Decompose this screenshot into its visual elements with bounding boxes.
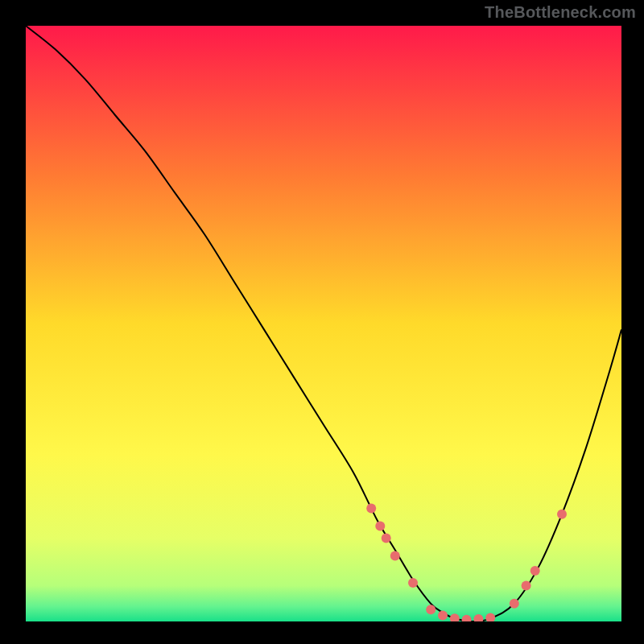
watermark-text: TheBottleneck.com <box>485 3 636 22</box>
data-point <box>366 503 376 513</box>
data-point <box>375 522 385 531</box>
data-point <box>557 510 567 519</box>
data-point <box>522 581 531 591</box>
data-point <box>426 605 436 614</box>
data-point <box>510 599 519 609</box>
chart-svg <box>26 26 621 621</box>
data-point <box>530 566 540 576</box>
data-point <box>382 533 391 543</box>
chart-container: TheBottleneck.com <box>0 0 644 644</box>
data-point <box>438 611 448 621</box>
plot-area <box>26 26 621 621</box>
data-point <box>390 551 400 561</box>
data-point <box>408 578 418 588</box>
